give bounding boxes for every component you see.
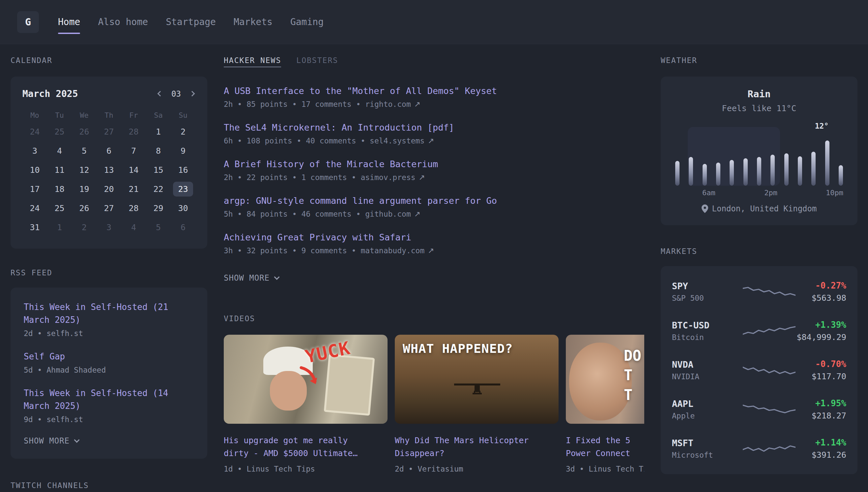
calendar-day: 28	[121, 198, 146, 218]
market-change: +1.95%	[795, 398, 846, 408]
rss-item-link[interactable]: Self Gap	[24, 350, 194, 363]
nav-tab-home[interactable]: Home	[58, 0, 80, 44]
calendar-day: 7	[121, 141, 146, 160]
market-row[interactable]: AAPL Apple +1.95% $218.27	[672, 390, 846, 429]
market-ticker: NVDA	[672, 360, 743, 370]
news-item: The SeL4 Microkernel: An Introduction [p…	[224, 122, 644, 145]
external-link-icon[interactable]: ↗	[419, 173, 425, 182]
rss-item-link[interactable]: This Week in Self-Hosted (14 March 2025)	[24, 387, 194, 413]
market-name: Bitcoin	[672, 333, 743, 342]
video-thumbnail[interactable]: WHAT HAPPENED?	[395, 335, 558, 424]
video-thumbnail[interactable]: DO T T	[566, 335, 644, 424]
calendar-day: 2	[171, 122, 195, 141]
calendar-next-icon[interactable]	[189, 89, 195, 98]
weather-bar	[743, 158, 748, 186]
thumbnail-overlay-text: WHAT HAPPENED?	[403, 341, 513, 356]
external-link-icon[interactable]: ↗	[414, 210, 420, 218]
app-logo[interactable]: G	[17, 11, 39, 33]
calendar-day: 14	[121, 160, 146, 179]
news-item: Achieving Great Privacy with Safari 3h •…	[224, 232, 644, 255]
thumbnail-overlay-text: DO T T	[624, 346, 641, 404]
calendar-dow-label: Su	[171, 111, 195, 119]
calendar-day: 1	[47, 218, 72, 237]
nav-tab-also-home[interactable]: Also home	[98, 0, 148, 44]
market-change: -0.27%	[795, 280, 846, 291]
rss-show-more-button[interactable]: SHOW MORE	[24, 436, 79, 445]
news-meta-text: 2h • 22 points • 1 comments • asimov.pre…	[224, 173, 416, 182]
calendar-dow-label: Th	[97, 111, 121, 119]
news-item: argp: GNU-style command line argument pa…	[224, 196, 644, 218]
calendar-prev-icon[interactable]	[157, 89, 163, 98]
news-meta-text: 5h • 84 points • 46 comments • github.co…	[224, 210, 411, 218]
rss-show-more-label: SHOW MORE	[24, 436, 70, 445]
external-link-icon[interactable]: ↗	[428, 246, 434, 255]
tab-hacker-news[interactable]: HACKER NEWS	[224, 56, 281, 67]
external-link-icon[interactable]: ↗	[414, 100, 420, 108]
left-column: CALENDAR March 2025 03 MoTuWeThFrSaSu 24…	[10, 56, 207, 490]
video-card: YUCK His upgrade got me really dirty - A…	[224, 335, 388, 473]
top-nav-bar: G Home Also home Startpage Markets Gamin…	[0, 0, 868, 44]
news-title-link[interactable]: argp: GNU-style command line argument pa…	[224, 196, 644, 206]
weather-bar	[784, 153, 789, 186]
rss-item: Self Gap 5d • Ahmad Shadeed	[24, 350, 194, 374]
market-row[interactable]: SPY S&P 500 -0.27% $563.98	[672, 272, 846, 311]
video-title-line: Disappear?	[395, 447, 558, 460]
market-price: $117.70	[795, 372, 846, 381]
video-title-line: dirty - AMD $5000 Ultimate…	[224, 447, 388, 460]
sparkline-chart	[743, 282, 795, 301]
weather-bar	[839, 165, 843, 186]
market-change: +1.39%	[795, 320, 846, 330]
calendar-day: 23	[171, 179, 195, 198]
calendar-day: 27	[97, 198, 121, 218]
calendar-day: 25	[47, 122, 72, 141]
weather-axis: 6am2pm10pm	[675, 188, 843, 197]
market-row[interactable]: NVDA NVIDIA -0.70% $117.70	[672, 350, 846, 390]
chevron-down-icon	[274, 274, 280, 280]
video-title-link[interactable]: I Fixed the 5 Power Connect	[566, 434, 644, 460]
news-title-link[interactable]: A USB Interface to the "Mother of All De…	[224, 86, 644, 96]
market-row[interactable]: MSFT Microsoft +1.14% $391.26	[672, 429, 846, 468]
weather-bar	[716, 163, 720, 186]
calendar-day: 26	[72, 122, 97, 141]
news-show-more-button[interactable]: SHOW MORE	[224, 273, 279, 282]
markets-widget: SPY S&P 500 -0.27% $563.98 BTC-USD Bitco…	[661, 266, 858, 474]
rss-item: This Week in Self-Hosted (21 March 2025)…	[24, 301, 194, 338]
video-title-link[interactable]: Why Did The Mars Helicopter Disappear?	[395, 434, 558, 460]
calendar-day-headers: MoTuWeThFrSaSu	[22, 111, 195, 119]
video-card: DO T T I Fixed the 5 Power Connect 3d • …	[566, 335, 644, 473]
news-title-link[interactable]: The SeL4 Microkernel: An Introduction [p…	[224, 122, 644, 132]
market-row[interactable]: BTC-USD Bitcoin +1.39% $84,999.29	[672, 311, 846, 350]
nav-tab-markets[interactable]: Markets	[234, 0, 272, 44]
red-arrow-icon	[298, 365, 322, 388]
nav-tab-startpage[interactable]: Startpage	[166, 0, 216, 44]
video-title-line: Power Connect	[566, 447, 644, 460]
rss-item-link[interactable]: This Week in Self-Hosted (21 March 2025)	[24, 301, 194, 326]
weather-condition: Rain	[672, 89, 846, 100]
market-ticker: AAPL	[672, 399, 743, 409]
weather-bar	[798, 156, 802, 186]
middle-column: HACKER NEWS LOBSTERS A USB Interface to …	[224, 56, 644, 490]
video-title-link[interactable]: His upgrade got me really dirty - AMD $5…	[224, 434, 388, 460]
market-name: S&P 500	[672, 294, 743, 302]
videos-section-title: VIDEOS	[224, 314, 644, 323]
news-item: A USB Interface to the "Mother of All De…	[224, 86, 644, 108]
external-link-icon[interactable]: ↗	[428, 137, 434, 145]
news-title-link[interactable]: A Brief History of the Miracle Bacterium	[224, 159, 644, 169]
calendar-day: 26	[72, 198, 97, 218]
weather-location-label: London, United Kingdom	[712, 204, 817, 213]
video-thumbnail[interactable]: YUCK	[224, 335, 388, 424]
video-title-line: I Fixed the 5	[566, 434, 644, 447]
calendar-dow-label: Sa	[146, 111, 171, 119]
nav-tab-gaming[interactable]: Gaming	[290, 0, 324, 44]
rss-item-meta: 2d • selfh.st	[24, 329, 194, 338]
videos-carousel: YUCK His upgrade got me really dirty - A…	[224, 335, 644, 473]
calendar-day: 31	[22, 218, 47, 237]
calendar-day: 16	[171, 160, 195, 179]
calendar-day: 24	[22, 198, 47, 218]
calendar-month-number: 03	[172, 89, 181, 99]
tab-lobsters[interactable]: LOBSTERS	[296, 56, 338, 67]
market-price: $563.98	[795, 293, 846, 303]
news-title-link[interactable]: Achieving Great Privacy with Safari	[224, 232, 644, 242]
weather-peak-temp: 12°	[815, 122, 829, 130]
calendar-day: 6	[171, 218, 195, 237]
